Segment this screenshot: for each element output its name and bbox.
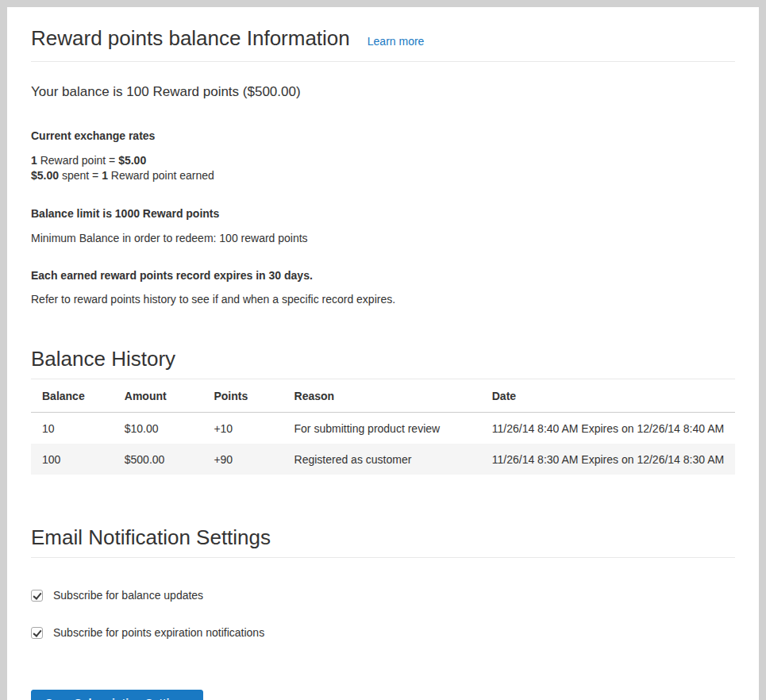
expiration-notifications-label[interactable]: Subscribe for points expiration notifica…	[53, 626, 264, 639]
column-header-date: Date	[481, 379, 735, 413]
table-row: 100 $500.00 +90 Registered as customer 1…	[31, 444, 735, 475]
cell-reason: Registered as customer	[283, 444, 481, 475]
exchange-rates: 1 Reward point = $5.00 $5.00 spent = 1 R…	[31, 153, 735, 183]
cell-points: +90	[202, 444, 283, 475]
cell-reason: For submitting product review	[283, 413, 481, 444]
expiry-note: Refer to reward points history to see if…	[31, 293, 735, 306]
expiry-heading: Each earned reward points record expires…	[31, 269, 735, 282]
cell-amount: $10.00	[114, 413, 203, 444]
rate-points-to-currency: 1 Reward point = $5.00	[31, 153, 735, 168]
balance-updates-label[interactable]: Subscribe for balance updates	[53, 589, 203, 602]
column-header-amount: Amount	[114, 379, 203, 413]
reward-points-card: Reward points balance Information Learn …	[7, 7, 759, 700]
table-header-row: Balance Amount Points Reason Date	[31, 379, 735, 413]
balance-limit-heading: Balance limit is 1000 Reward points	[31, 207, 735, 220]
email-settings-divider	[31, 557, 735, 558]
balance-history-title: Balance History	[31, 347, 735, 371]
email-settings-title: Email Notification Settings	[31, 525, 735, 550]
page-title: Reward points balance Information	[31, 26, 350, 51]
learn-more-link[interactable]: Learn more	[368, 35, 425, 48]
subscribe-expiration-notifications-row[interactable]: Subscribe for points expiration notifica…	[31, 626, 735, 639]
subscribe-balance-updates-row[interactable]: Subscribe for balance updates	[31, 589, 735, 602]
cell-date: 11/26/14 8:30 AM Expires on 12/26/14 8:3…	[481, 444, 735, 475]
column-header-points: Points	[202, 379, 283, 413]
column-header-balance: Balance	[31, 379, 114, 413]
balance-history-table: Balance Amount Points Reason Date 10 $10…	[31, 379, 735, 475]
rate-currency-to-points: $5.00 spent = 1 Reward point earned	[31, 168, 735, 183]
balance-updates-checkbox[interactable]	[31, 590, 43, 602]
cell-balance: 100	[31, 444, 114, 475]
cell-amount: $500.00	[114, 444, 203, 475]
cell-date: 11/26/14 8:40 AM Expires on 12/26/14 8:4…	[481, 413, 735, 444]
min-balance-note: Minimum Balance in order to redeem: 100 …	[31, 232, 735, 244]
exchange-rates-heading: Current exchange rates	[31, 129, 735, 142]
page-header: Reward points balance Information Learn …	[31, 26, 735, 62]
table-row: 10 $10.00 +10 For submitting product rev…	[31, 413, 735, 444]
column-header-reason: Reason	[283, 379, 481, 413]
expiration-notifications-checkbox[interactable]	[31, 627, 43, 639]
save-subscription-settings-button[interactable]: Save Subscription Settings	[31, 690, 203, 700]
cell-points: +10	[202, 413, 283, 444]
balance-summary: Your balance is 100 Reward points ($500.…	[31, 84, 735, 100]
cell-balance: 10	[31, 413, 114, 444]
